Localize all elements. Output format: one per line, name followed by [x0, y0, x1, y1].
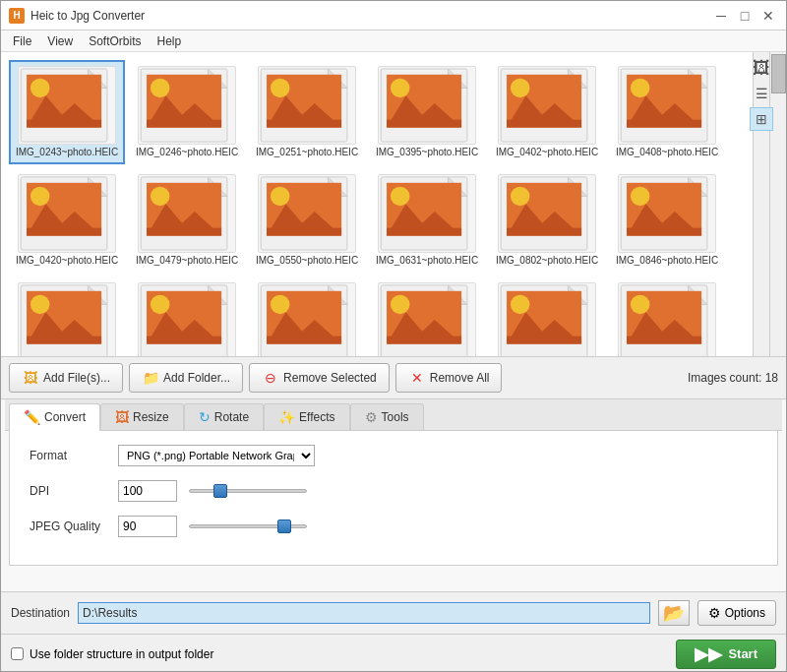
- effects-tab-icon: ✨: [278, 409, 295, 425]
- view-list-button[interactable]: ☰: [750, 82, 773, 105]
- file-item[interactable]: IMG_0479~photo.HEIC: [129, 168, 245, 273]
- menu-file[interactable]: File: [5, 32, 39, 50]
- svg-point-10: [151, 79, 170, 98]
- file-item[interactable]: IMG_0402~photo.HEIC: [489, 60, 605, 164]
- start-button[interactable]: ▶▶ Start: [676, 640, 776, 669]
- view-large-icon-button[interactable]: 🖼: [750, 56, 773, 80]
- main-area: IMG_0243~photo.HEIC IMG_0246~photo.HEIC: [1, 52, 786, 672]
- file-item[interactable]: IMG_0900~photo.HEIC: [9, 276, 125, 356]
- file-name: IMG_0802~photo.HEIC: [496, 255, 598, 267]
- svg-rect-101: [507, 336, 581, 344]
- svg-rect-11: [147, 120, 221, 128]
- tab-rotate[interactable]: ↻ Rotate: [184, 403, 264, 430]
- file-item[interactable]: IMG_0246~photo.HEIC: [129, 60, 245, 164]
- file-item[interactable]: IMG_0910~photo.HEIC: [129, 276, 245, 356]
- menu-view[interactable]: View: [39, 32, 81, 50]
- file-thumbnail: [378, 282, 476, 356]
- svg-point-94: [391, 295, 410, 315]
- svg-point-4: [30, 79, 50, 98]
- file-name: IMG_0243~photo.HEIC: [16, 147, 118, 158]
- view-grid-button[interactable]: ⊞: [750, 107, 773, 131]
- svg-point-52: [271, 187, 290, 207]
- file-thumbnail: [618, 174, 716, 253]
- file-thumbnail: [258, 282, 356, 356]
- svg-rect-107: [627, 336, 701, 344]
- remove-all-icon: ✕: [408, 369, 426, 387]
- options-button[interactable]: ⚙ Options: [697, 600, 776, 626]
- maximize-button[interactable]: □: [735, 6, 755, 26]
- svg-point-40: [30, 187, 50, 207]
- menu-bar: File View SoftOrbits Help: [1, 31, 786, 52]
- file-thumbnail: [18, 66, 116, 145]
- destination-bar: Destination 📂 ⚙ Options: [1, 591, 786, 634]
- file-item[interactable]: IMG_0395~photo.HEIC: [369, 60, 485, 164]
- file-item[interactable]: IMG_0550~photo.HEIC: [249, 168, 365, 273]
- file-thumbnail: [258, 174, 356, 253]
- remove-all-button[interactable]: ✕ Remove All: [395, 363, 503, 393]
- images-count: Images count: 18: [688, 371, 778, 385]
- jpeg-quality-slider-thumb[interactable]: [277, 519, 291, 533]
- file-item[interactable]: IMG_0950~photo.HEIC: [609, 276, 725, 356]
- rotate-tab-icon: ↻: [199, 409, 211, 425]
- jpeg-quality-input[interactable]: [118, 516, 177, 537]
- dpi-input[interactable]: [118, 480, 177, 502]
- menu-softorbits[interactable]: SoftOrbits: [81, 32, 149, 50]
- svg-rect-53: [267, 228, 341, 236]
- file-thumbnail: [18, 174, 116, 253]
- format-row: Format PNG (*.png) Portable Network Grap…: [30, 445, 757, 466]
- file-thumbnail: [378, 174, 476, 253]
- file-item[interactable]: IMG_0243~photo.HEIC: [9, 60, 125, 164]
- file-item[interactable]: IMG_0920~photo.HEIC: [249, 276, 365, 356]
- tools-tab-icon: ⚙: [365, 409, 378, 425]
- tab-resize[interactable]: 🖼 Resize: [100, 403, 184, 430]
- minimize-button[interactable]: ─: [711, 6, 731, 26]
- file-thumbnail: [498, 174, 596, 253]
- svg-point-46: [151, 187, 170, 207]
- file-item[interactable]: IMG_0420~photo.HEIC: [9, 168, 125, 273]
- svg-rect-47: [147, 228, 221, 236]
- file-name: IMG_0550~photo.HEIC: [256, 255, 358, 267]
- tab-tools[interactable]: ⚙ Tools: [350, 403, 424, 430]
- tab-convert[interactable]: ✏️ Convert: [9, 403, 100, 431]
- app-icon: H: [9, 8, 25, 24]
- file-name: IMG_0479~photo.HEIC: [136, 255, 238, 267]
- remove-selected-button[interactable]: ⊖ Remove Selected: [249, 363, 390, 393]
- svg-rect-17: [267, 120, 341, 128]
- tab-effects[interactable]: ✨ Effects: [264, 403, 349, 430]
- svg-rect-83: [147, 336, 221, 344]
- file-grid-wrapper: IMG_0243~photo.HEIC IMG_0246~photo.HEIC: [1, 52, 786, 357]
- file-name: IMG_0246~photo.HEIC: [136, 147, 238, 158]
- svg-rect-35: [627, 120, 701, 128]
- folder-structure-row: Use folder structure in output folder: [11, 647, 213, 661]
- menu-help[interactable]: Help: [150, 32, 190, 50]
- svg-point-88: [271, 295, 290, 315]
- file-item[interactable]: IMG_0802~photo.HEIC: [489, 168, 605, 273]
- jpeg-quality-control: [118, 516, 757, 537]
- format-control: PNG (*.png) Portable Network Graphics JP…: [118, 445, 757, 466]
- folder-browse-icon: 📂: [663, 602, 685, 624]
- file-name: IMG_0420~photo.HEIC: [16, 255, 118, 267]
- dpi-slider-thumb[interactable]: [213, 484, 227, 498]
- format-select[interactable]: PNG (*.png) Portable Network Graphics JP…: [118, 445, 315, 466]
- file-item[interactable]: IMG_0408~photo.HEIC: [609, 60, 725, 164]
- destination-browse-button[interactable]: 📂: [658, 600, 690, 626]
- jpeg-quality-slider-track: [189, 524, 307, 528]
- add-folder-button[interactable]: 📁 Add Folder...: [129, 363, 243, 393]
- destination-input[interactable]: [78, 602, 650, 624]
- file-item[interactable]: IMG_0631~photo.HEIC: [369, 168, 485, 273]
- svg-rect-77: [27, 336, 101, 344]
- file-thumbnail: [378, 66, 476, 145]
- file-item[interactable]: IMG_0940~photo.HEIC: [489, 276, 605, 356]
- destination-label: Destination: [11, 606, 70, 620]
- svg-point-58: [391, 187, 410, 207]
- close-button[interactable]: ✕: [758, 6, 778, 26]
- file-thumbnail: [618, 282, 716, 356]
- dpi-row: DPI: [30, 480, 757, 502]
- add-files-button[interactable]: 🖼 Add File(s)...: [9, 363, 123, 393]
- svg-rect-23: [387, 120, 461, 128]
- folder-structure-checkbox[interactable]: [11, 647, 24, 660]
- file-item[interactable]: IMG_0251~photo.HEIC: [249, 60, 365, 164]
- svg-point-70: [631, 187, 650, 207]
- file-item[interactable]: IMG_0930~photo.HEIC: [369, 276, 485, 356]
- file-item[interactable]: IMG_0846~photo.HEIC: [609, 168, 725, 273]
